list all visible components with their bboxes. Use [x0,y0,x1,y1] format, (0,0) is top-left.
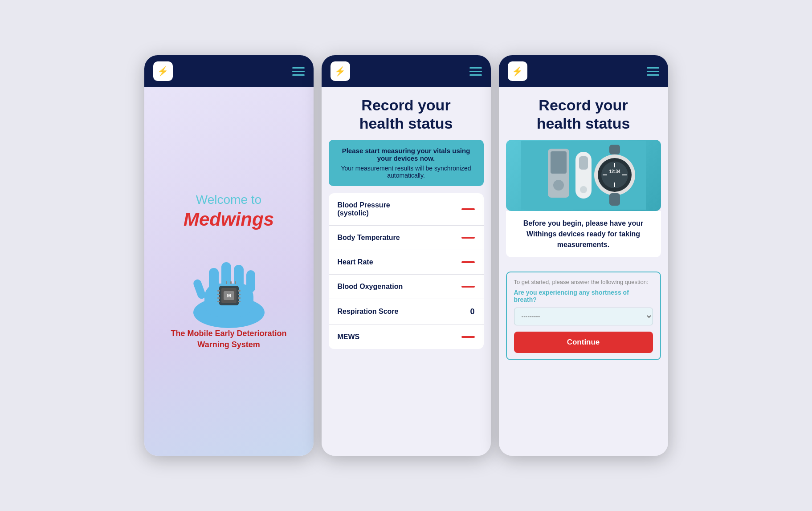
hamburger-line [469,71,482,72]
ecg-icon-2: ⚡ [335,67,346,76]
screen3-body: Record your health status [499,87,668,456]
svg-rect-11 [217,297,220,299]
svg-rect-18 [230,281,232,284]
vitals-card: Blood Pressure(systolic) Body Temperatur… [329,193,484,349]
info-main: Please start measuring your vitals using… [338,147,475,162]
question-prompt: To get started, please answer the follow… [514,279,653,285]
vital-name-resp: Respiration Score [338,308,399,316]
ecg-icon: ⚡ [157,67,168,76]
vital-row-heart-rate: Heart Rate [329,250,484,275]
phone-screen-1: ⚡ Welcome to Medwings [144,55,314,456]
vital-row-mews: MEWS [329,325,484,349]
vital-row-body-temp: Body Temperature [329,226,484,250]
breath-select[interactable]: --------- Yes No [514,308,653,325]
info-box: Please start measuring your vitals using… [329,140,484,186]
vital-row-resp: Respiration Score 0 [329,299,484,325]
record-title-2: Record your health status [329,96,484,133]
svg-point-28 [580,186,587,193]
vital-name-hr: Heart Rate [338,258,373,266]
svg-text:12:34: 12:34 [609,169,620,174]
phone-screen-2: ⚡ Record your health status Please start… [322,55,491,456]
hand-illustration: M [180,243,278,328]
ecg-icon-3: ⚡ [512,67,523,76]
continue-button[interactable]: Continue [514,332,653,353]
svg-rect-10 [217,294,220,295]
before-text: Before you begin, please have your Withi… [506,211,661,257]
screen1-body: Welcome to Medwings [144,87,314,456]
svg-rect-5 [246,270,255,292]
hamburger-line [292,67,305,69]
svg-rect-27 [579,156,588,170]
vital-name-oxy: Blood Oxygenation [338,283,403,291]
info-sub: Your measurement results will be synchro… [338,165,475,179]
hamburger-line [647,74,659,76]
vital-value-resp: 0 [470,307,474,316]
hamburger-menu-3[interactable] [647,67,659,76]
vital-value-temp [461,237,475,239]
logo-2: ⚡ [331,61,350,81]
logo-1: ⚡ [153,61,173,81]
svg-rect-9 [217,290,220,292]
vital-name-temp: Body Temperature [338,234,400,242]
vital-name-bp: Blood Pressure(systolic) [338,201,390,217]
phone-screen-3: ⚡ Record your health status [499,55,668,456]
devices-image: 12:34 [506,140,661,211]
hamburger-line [469,74,482,76]
svg-rect-2 [209,268,219,292]
vital-value-bp [461,208,475,210]
svg-rect-12 [217,301,220,302]
svg-rect-15 [238,297,241,299]
hamburger-line [292,74,305,76]
question-section: To get started, please answer the follow… [506,272,661,360]
app-name: Medwings [184,209,274,230]
svg-text:M: M [227,293,231,298]
svg-rect-38 [609,145,620,154]
hamburger-line [469,67,482,69]
hamburger-menu-2[interactable] [469,67,482,76]
vital-row-blood-pressure: Blood Pressure(systolic) [329,193,484,226]
hamburger-line [292,71,305,72]
svg-point-25 [553,180,564,191]
svg-rect-17 [226,281,227,284]
svg-rect-14 [238,294,241,295]
vital-row-blood-oxy: Blood Oxygenation [329,275,484,299]
app-subtitle: The Mobile Early Deterioration Warning S… [155,328,303,350]
svg-rect-16 [238,301,241,302]
vital-value-hr [461,261,475,263]
vital-name-mews: MEWS [338,333,360,341]
logo-3: ⚡ [508,61,527,81]
header-3: ⚡ [499,55,668,87]
svg-rect-6 [192,278,206,300]
devices-panel: 12:34 Before you begin, please have your… [506,140,661,264]
header-2: ⚡ [322,55,491,87]
hamburger-line [647,71,659,72]
record-title-3: Record your health status [506,96,661,133]
hamburger-line [647,67,659,69]
svg-rect-13 [238,290,241,292]
vital-value-oxy [461,286,475,288]
header-1: ⚡ [144,55,314,87]
vital-value-mews [461,336,475,338]
svg-rect-24 [551,151,567,174]
screen2-body: Record your health status Please start m… [322,87,491,456]
hamburger-menu-1[interactable] [292,67,305,76]
welcome-line1: Welcome to [196,193,261,207]
svg-rect-19 [235,281,236,284]
svg-rect-37 [609,193,620,206]
question-text: Are you experiencing any shortness of br… [514,289,653,303]
